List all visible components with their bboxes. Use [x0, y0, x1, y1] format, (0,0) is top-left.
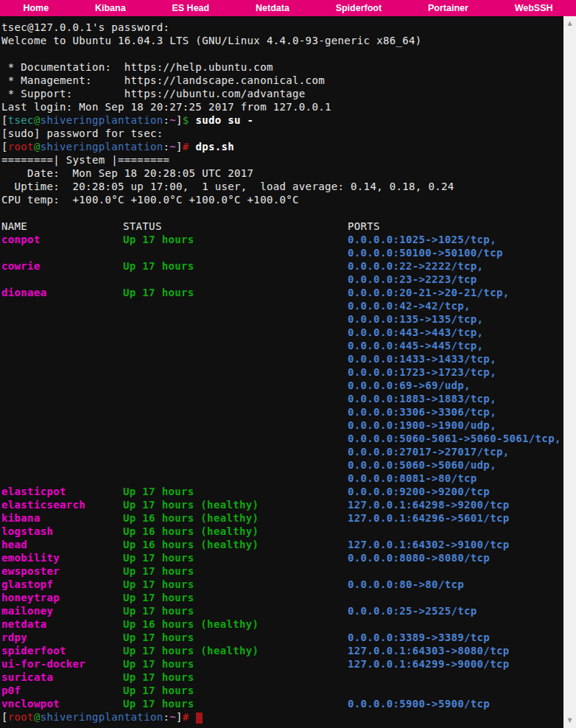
process-status: [123, 365, 348, 379]
text-segment: ]: [176, 711, 183, 723]
process-status: Up 17 hours: [123, 591, 348, 604]
text-segment: root: [8, 141, 34, 153]
process-ports: 0.0.0.0:27017->27017/tcp,: [348, 445, 563, 458]
process-name: [1, 352, 123, 365]
process-name: [1, 365, 123, 379]
process-ports: 0.0.0.0:135->135/tcp,: [348, 312, 563, 326]
scrollbar[interactable]: ▲ ▼: [563, 16, 576, 728]
process-ports: 0.0.0.0:5900->5900/tcp: [348, 697, 563, 710]
process-ports: 0.0.0.0:1900->1900/udp,: [348, 419, 563, 432]
process-status: Up 17 hours: [123, 697, 348, 710]
process-name: [1, 312, 123, 326]
terminal[interactable]: tsec@127.0.0.1's password:Welcome to Ubu…: [0, 16, 563, 728]
process-name: [1, 458, 123, 472]
terminal-line: [1, 206, 563, 220]
process-ports: 0.0.0.0:80->80/tcp: [348, 578, 563, 591]
nav-item-spiderfoot[interactable]: Spiderfoot: [336, 0, 382, 16]
column-header-status: STATUS: [123, 220, 348, 233]
text-segment: ~: [169, 114, 176, 126]
process-name: netdata: [1, 617, 123, 631]
navbar: Home Kibana ES Head Netdata Spiderfoot P…: [0, 0, 576, 16]
text-segment: shiveringplantation: [41, 114, 164, 126]
terminal-line: * Documentation: https://help.ubuntu.com: [1, 60, 563, 74]
process-ports: 0.0.0.0:22->2222/tcp,: [348, 259, 563, 273]
process-row: 0.0.0.0:69->69/udp,: [1, 379, 563, 392]
process-ports: 0.0.0.0:42->42/tcp,: [348, 299, 563, 312]
process-row: p0fUp 17 hours: [1, 684, 563, 697]
process-ports: 0.0.0.0:25->2525/tcp: [348, 604, 563, 617]
process-name: conpot: [1, 233, 123, 246]
process-status: [123, 458, 348, 472]
process-status: Up 17 hours: [123, 233, 348, 246]
process-status: [123, 246, 348, 259]
process-ports: 0.0.0.0:5060->5060/udp,: [348, 458, 563, 472]
process-row: ewsposterUp 17 hours: [1, 564, 563, 578]
text-segment: root: [8, 711, 34, 723]
process-ports: 0.0.0.0:9200->9200/tcp: [348, 485, 563, 498]
process-row: glastopfUp 17 hours0.0.0.0:80->80/tcp: [1, 578, 563, 591]
text-segment: ]: [176, 114, 183, 126]
process-name: logstash: [1, 525, 123, 538]
text-segment: ]: [176, 141, 183, 153]
process-name: p0f: [1, 684, 123, 697]
process-name: vnclowpot: [1, 697, 123, 710]
text-segment: [189, 711, 196, 723]
process-ports: [348, 617, 563, 631]
process-ports: 0.0.0.0:1025->1025/tcp,: [348, 233, 563, 246]
process-status: [123, 326, 348, 339]
terminal-line: Welcome to Ubuntu 16.04.3 LTS (GNU/Linux…: [1, 34, 563, 47]
nav-item-webssh[interactable]: WebSSH: [515, 0, 553, 16]
process-ports: 0.0.0.0:3389->3389/tcp: [348, 631, 563, 644]
process-row: 0.0.0.0:135->135/tcp,: [1, 312, 563, 326]
nav-item-home[interactable]: Home: [23, 0, 49, 16]
process-status: [123, 405, 348, 419]
process-status: Up 17 hours: [123, 657, 348, 671]
terminal-line: CPU temp: +100.0°C +100.0°C +100.0°C +10…: [1, 193, 563, 206]
nav-item-kibana[interactable]: Kibana: [95, 0, 126, 16]
scrollbar-track[interactable]: [563, 29, 576, 715]
terminal-line: ========| System |========: [1, 153, 563, 167]
process-name: [1, 299, 123, 312]
terminal-line: tsec@127.0.0.1's password:: [1, 21, 563, 34]
process-ports: 0.0.0.0:1883->1883/tcp,: [348, 392, 563, 405]
process-ports: 127.0.0.1:64299->9000/tcp: [348, 657, 563, 671]
text-segment: Welcome to Ubuntu 16.04.3 LTS (GNU/Linux…: [1, 35, 422, 46]
process-name: [1, 405, 123, 419]
process-name: suricata: [1, 671, 123, 684]
scroll-up-arrow-icon[interactable]: ▲: [563, 18, 576, 29]
text-segment: ~: [169, 711, 176, 723]
process-name: [1, 445, 123, 458]
scroll-down-arrow-icon[interactable]: ▼: [563, 715, 576, 727]
process-row: dionaeaUp 17 hours0.0.0.0:20-21->20-21/t…: [1, 286, 563, 299]
process-name: ewsposter: [1, 564, 123, 578]
nav-item-es-head[interactable]: ES Head: [172, 0, 209, 16]
text-segment: ~: [169, 141, 176, 153]
process-status: Up 17 hours: [123, 551, 348, 564]
nav-item-portainer[interactable]: Portainer: [428, 0, 468, 16]
terminal-cursor: [196, 713, 203, 724]
nav-item-netdata[interactable]: Netdata: [256, 0, 289, 16]
process-status: Up 17 hours: [123, 564, 348, 578]
process-status: Up 17 hours: [123, 578, 348, 591]
process-row: 0.0.0.0:1900->1900/udp,: [1, 419, 563, 432]
process-ports: 0.0.0.0:50100->50100/tcp: [348, 246, 563, 259]
text-segment: @: [34, 141, 41, 153]
process-name: spiderfoot: [1, 644, 123, 657]
text-segment: shiveringplantation: [41, 711, 164, 723]
terminal-line: * Management: https://landscape.canonica…: [1, 74, 563, 87]
process-status: Up 16 hours (healthy): [123, 617, 348, 631]
process-row: vnclowpotUp 17 hours0.0.0.0:5900->5900/t…: [1, 697, 563, 710]
text-segment: * Support: https://ubuntu.com/advantage: [1, 88, 306, 99]
process-status: Up 17 hours: [123, 684, 348, 697]
process-status: [123, 379, 348, 392]
process-status: Up 17 hours (healthy): [123, 498, 348, 511]
process-row: 0.0.0.0:5060->5060/udp,: [1, 458, 563, 472]
process-row: cowrieUp 17 hours0.0.0.0:22->2222/tcp,: [1, 259, 563, 273]
text-segment: * Management: https://landscape.canonica…: [1, 74, 325, 86]
process-ports: 127.0.0.1:64303->8080/tcp: [348, 644, 563, 657]
process-status: [123, 445, 348, 458]
shell-prompt: [root@shiveringplantation:~]#: [1, 710, 563, 724]
process-name: [1, 472, 123, 485]
text-segment: [: [1, 141, 8, 153]
process-row: 0.0.0.0:50100->50100/tcp: [1, 246, 563, 259]
